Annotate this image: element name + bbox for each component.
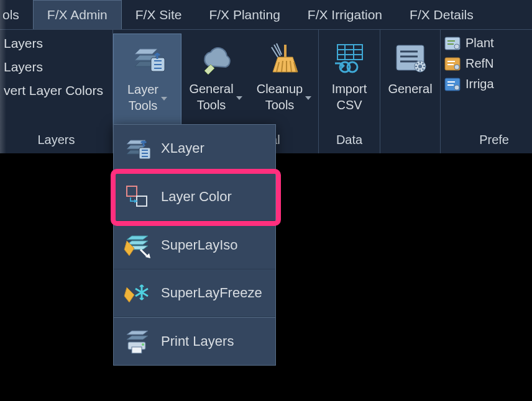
svg-point-6	[347, 62, 357, 72]
tab-fx-irrigation[interactable]: F/X Irrigation	[294, 0, 396, 29]
superlayiso-icon	[122, 230, 152, 260]
ribbon-tabs: ols F/X Admin F/X Site F/X Planting F/X …	[0, 0, 532, 29]
tab-fx-planting[interactable]: F/X Planting	[195, 0, 293, 29]
refnotes-preferences-button[interactable]: RefN	[444, 56, 509, 71]
svg-marker-31	[127, 336, 148, 340]
superlayfreeze-menu-item[interactable]: SuperLayFreeze	[114, 269, 275, 317]
import-csv-icon	[329, 38, 369, 78]
general-label: General	[388, 81, 432, 97]
panel-title-layers: Layers	[0, 129, 112, 153]
superlayfreeze-icon	[122, 278, 152, 308]
superlayiso-menu-item[interactable]: SuperLayIso	[114, 222, 275, 269]
superlayiso-label: SuperLayIso	[161, 237, 238, 253]
superlayfreeze-label: SuperLayFreeze	[161, 285, 262, 301]
import-csv-label: Import CSV	[332, 81, 367, 113]
general-tools-label: General Tools	[189, 81, 233, 113]
layers-button-list: Layers Layers vert Layer Colors	[0, 34, 112, 98]
layer-color-label: Layer Color	[161, 189, 232, 205]
svg-rect-22	[137, 196, 147, 206]
layer-tools-label: Layer Tools	[127, 81, 158, 114]
svg-point-14	[454, 65, 459, 70]
cleanup-tools-button[interactable]: Cleanup Tools	[250, 34, 318, 128]
xlayer-label: XLayer	[161, 140, 204, 156]
layer-color-menu-item[interactable]: Layer Color	[114, 173, 275, 221]
layers-button-1[interactable]: Layers	[0, 36, 112, 51]
svg-marker-30	[127, 331, 148, 335]
settings-list-icon	[390, 38, 430, 78]
print-layers-label: Print Layers	[161, 333, 234, 349]
xlayer-menu-item[interactable]: XLayer	[114, 125, 275, 173]
panel-general: General	[380, 30, 441, 153]
chevron-down-icon	[305, 96, 311, 100]
tab-fx-admin[interactable]: F/X Admin	[33, 0, 122, 29]
tab-fx-site[interactable]: F/X Site	[122, 0, 196, 29]
layer-color-icon	[122, 182, 152, 212]
svg-marker-24	[127, 236, 148, 240]
broom-icon	[264, 38, 304, 78]
tab-partial-tools[interactable]: ols	[0, 0, 33, 29]
svg-point-16	[454, 85, 459, 90]
layer-tools-dropdown: XLayer Layer Color SuperLayIso	[113, 124, 276, 366]
panel-preferences: Plant RefN Irriga Prefe	[441, 30, 509, 153]
svg-rect-21	[127, 186, 137, 196]
general-preferences-button[interactable]: General	[380, 34, 440, 128]
cloud-tools-icon	[196, 38, 236, 78]
svg-point-34	[142, 343, 144, 346]
xlayer-icon	[122, 133, 152, 163]
planting-pref-label: Plant	[466, 36, 494, 50]
plant-pref-icon	[444, 37, 461, 50]
irrigation-pref-label: Irriga	[466, 77, 494, 91]
svg-marker-29	[124, 287, 134, 302]
refnotes-pref-icon	[444, 57, 461, 71]
panel-layers: Layers Layers vert Layer Colors Layers	[0, 30, 113, 153]
general-tools-button[interactable]: General Tools	[181, 34, 250, 128]
layer-tools-button[interactable]: Layer Tools	[113, 34, 181, 128]
chevron-down-icon	[161, 97, 167, 101]
svg-marker-0	[135, 49, 157, 54]
invert-layer-colors-button[interactable]: vert Layer Colors	[0, 83, 112, 98]
svg-point-12	[454, 44, 459, 49]
layers-button-2[interactable]: Layers	[0, 60, 112, 74]
print-layers-icon	[122, 327, 152, 356]
svg-rect-33	[132, 347, 142, 353]
cleanup-tools-label: Cleanup Tools	[257, 81, 303, 113]
layer-tools-icon	[127, 39, 167, 79]
import-csv-button[interactable]: Import CSV	[319, 34, 380, 128]
planting-preferences-button[interactable]: Plant	[444, 36, 509, 50]
panel-title-preferences: Prefe	[444, 129, 509, 153]
irrigation-preferences-button[interactable]: Irriga	[444, 77, 509, 91]
svg-point-10	[418, 65, 422, 68]
svg-rect-4	[337, 45, 362, 60]
refnotes-pref-label: RefN	[466, 56, 494, 71]
irrigation-pref-icon	[444, 78, 461, 91]
print-layers-menu-item[interactable]: Print Layers	[114, 318, 275, 365]
chevron-down-icon	[236, 96, 242, 100]
tab-fx-details[interactable]: F/X Details	[396, 0, 487, 29]
